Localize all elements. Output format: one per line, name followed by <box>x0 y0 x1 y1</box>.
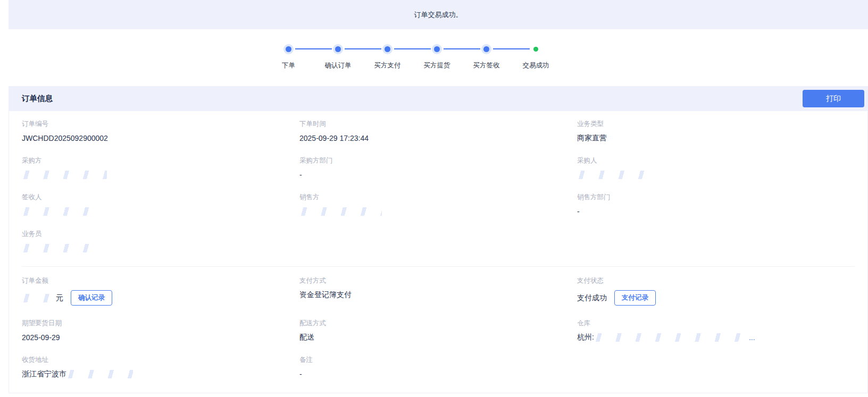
field-row: 采购方 采购方部门 - 采购人 <box>22 156 855 180</box>
order-info-header: 订单信息 打印 <box>9 86 867 111</box>
field-label: 采购人 <box>577 156 855 165</box>
field-signee: 签收人 <box>22 193 299 216</box>
field-label: 采购方部门 <box>299 156 577 165</box>
field-value: 2025-09-29 17:23:44 <box>299 133 577 143</box>
field-label: 备注 <box>299 356 577 365</box>
field-order-no: 订单编号 JWCHDD2025092900002 <box>22 120 299 143</box>
field-label: 销售方 <box>299 193 577 202</box>
field-label: 签收人 <box>22 193 299 202</box>
field-label: 订单编号 <box>22 120 299 129</box>
print-button[interactable]: 打印 <box>803 90 864 107</box>
redacted-value <box>22 244 99 252</box>
section-divider <box>22 266 855 267</box>
step-label: 下单 <box>282 61 295 70</box>
warehouse-prefix: 杭州: <box>577 333 594 342</box>
step-dot-done-icon <box>434 46 440 52</box>
field-purchaser-dept: 采购方部门 - <box>299 156 577 180</box>
card-title: 订单信息 <box>22 94 53 104</box>
field-value: 资金登记簿支付 <box>299 290 577 300</box>
step-dot-done-icon <box>483 46 489 52</box>
step-dot-done-icon <box>335 46 341 52</box>
field-order-time: 下单时间 2025-09-29 17:23:44 <box>299 120 577 143</box>
step-label: 买方签收 <box>473 61 500 70</box>
field-value: - <box>299 170 577 180</box>
field-value: 配送 <box>299 333 577 342</box>
field-seller: 销售方 <box>299 193 577 216</box>
field-value: 2025-09-29 <box>22 333 299 342</box>
order-progress-stepper: 下单 确认订单 买方支付 买方提货 买方签收 交易成功 <box>264 44 561 70</box>
field-value: 商家直营 <box>577 133 855 143</box>
field-label: 仓库 <box>577 319 855 328</box>
redacted-value <box>22 171 107 179</box>
field-address: 收货地址 浙江省宁波市 <box>22 356 299 379</box>
pay-status-value: 支付成功 <box>577 293 607 303</box>
field-seller-dept: 销售方部门 - <box>577 193 855 216</box>
address-prefix: 浙江省宁波市 <box>22 369 66 379</box>
field-label: 期望要货日期 <box>22 319 299 328</box>
field-label: 业务类型 <box>577 120 855 129</box>
step-label: 买方提货 <box>424 61 450 70</box>
field-purchaser: 采购方 <box>22 156 299 180</box>
banner-message: 订单交易成功。 <box>414 10 463 20</box>
field-order-amount: 订单金额 元 确认记录 <box>22 276 299 306</box>
field-pay-status: 支付状态 支付成功 支付记录 <box>577 276 855 306</box>
step-label: 确认订单 <box>325 61 352 70</box>
field-label: 支付方式 <box>299 276 577 285</box>
field-value: JWCHDD2025092900002 <box>22 133 299 143</box>
field-warehouse: 仓库 杭州: ... <box>577 319 855 342</box>
redacted-value <box>22 294 53 302</box>
field-label: 业务员 <box>22 230 299 239</box>
field-row: 收货地址 浙江省宁波市 备注 - <box>22 356 855 379</box>
field-value: - <box>577 207 855 216</box>
field-business-type: 业务类型 商家直营 <box>577 120 855 143</box>
field-label: 收货地址 <box>22 356 299 365</box>
field-delivery-method: 配送方式 配送 <box>299 319 577 342</box>
field-purchase-agent: 采购人 <box>577 156 855 180</box>
redacted-value <box>577 171 657 179</box>
step-dot-done-icon <box>385 46 390 52</box>
amount-unit: 元 <box>56 293 63 303</box>
field-pay-method: 支付方式 资金登记簿支付 <box>299 276 577 306</box>
field-value: - <box>299 369 577 379</box>
step-label: 买方支付 <box>374 61 401 70</box>
warehouse-ellipsis[interactable]: ... <box>749 333 755 342</box>
field-label: 订单金额 <box>22 276 299 285</box>
order-success-banner: 订单交易成功。 <box>9 0 868 29</box>
redacted-value <box>22 207 102 216</box>
field-row: 订单编号 JWCHDD2025092900002 下单时间 2025-09-29… <box>22 120 855 143</box>
redacted-value <box>594 333 746 342</box>
payment-record-button[interactable]: 支付记录 <box>614 290 656 306</box>
field-row: 签收人 销售方 销售方部门 - <box>22 193 855 216</box>
field-expect-date: 期望要货日期 2025-09-29 <box>22 319 299 342</box>
step-dot-success-icon <box>533 47 538 52</box>
field-label: 配送方式 <box>299 319 577 328</box>
field-label: 采购方 <box>22 156 299 165</box>
field-label: 销售方部门 <box>577 193 855 202</box>
field-row: 订单金额 元 确认记录 支付方式 资金登记簿支付 支付状态 支付成功 支付记录 <box>22 276 855 306</box>
step-place-order: 下单 <box>264 44 313 70</box>
field-row: 期望要货日期 2025-09-29 配送方式 配送 仓库 杭州: ... <box>22 319 855 342</box>
redacted-value <box>66 370 133 378</box>
field-label: 下单时间 <box>299 120 577 129</box>
field-remark: 备注 - <box>299 356 577 379</box>
field-salesman: 业务员 <box>22 230 299 253</box>
step-label: 交易成功 <box>523 61 549 70</box>
step-dot-done-icon <box>286 46 291 52</box>
redacted-value <box>299 207 382 216</box>
field-label: 支付状态 <box>577 276 855 285</box>
order-info-body: 订单编号 JWCHDD2025092900002 下单时间 2025-09-29… <box>9 111 867 393</box>
confirm-record-button[interactable]: 确认记录 <box>71 290 112 306</box>
order-info-card: 订单信息 打印 订单编号 JWCHDD2025092900002 下单时间 20… <box>9 86 868 393</box>
field-row: 业务员 <box>22 230 855 253</box>
